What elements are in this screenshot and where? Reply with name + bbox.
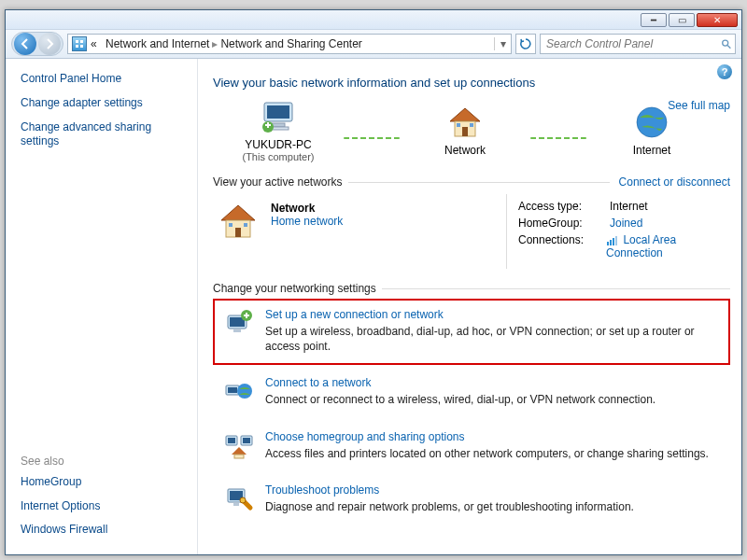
svg-line-5: [727, 46, 730, 49]
breadcrumb-sep: [100, 37, 103, 50]
kv-key: Connections:: [518, 233, 599, 259]
breadcrumb[interactable]: « Network and Internet ▸ Network and Sha…: [67, 34, 512, 54]
network-details: Access type: Internet HomeGroup: Joined …: [506, 194, 730, 269]
setting-title: Troubleshoot problems: [265, 483, 634, 497]
setting-desc: Set up a wireless, broadband, dial-up, a…: [265, 324, 719, 354]
breadcrumb-dropdown[interactable]: ▾: [494, 37, 507, 50]
svg-rect-23: [229, 223, 233, 227]
house-icon: [217, 202, 260, 241]
kv-key: HomeGroup:: [518, 217, 602, 230]
house-icon: [445, 105, 485, 140]
address-bar: « Network and Internet ▸ Network and Sha…: [6, 29, 741, 59]
connect-disconnect-link[interactable]: Connect or disconnect: [619, 175, 730, 189]
map-link-line: [344, 137, 400, 139]
network-type-link[interactable]: Home network: [271, 215, 343, 228]
breadcrumb-item[interactable]: Network and Sharing Center: [220, 37, 361, 50]
svg-point-37: [237, 384, 252, 399]
see-full-map-link[interactable]: See full map: [668, 99, 730, 112]
svg-rect-15: [462, 127, 468, 136]
svg-rect-16: [457, 123, 460, 127]
svg-rect-31: [233, 329, 241, 332]
globe-icon: [632, 105, 671, 140]
breadcrumb-item[interactable]: Network and Internet: [106, 37, 209, 50]
sidebar-item-firewall[interactable]: Windows Firewall: [21, 523, 190, 538]
body: Control Panel Home Change adapter settin…: [6, 59, 741, 554]
svg-rect-17: [470, 123, 473, 127]
content: ? View your basic network information an…: [197, 59, 741, 554]
refresh-button[interactable]: [515, 34, 536, 54]
change-settings-header: Change your networking settings: [213, 282, 730, 295]
arrow-right-icon: [44, 38, 55, 49]
section-label: Change your networking settings: [213, 282, 376, 295]
sidebar: Control Panel Home Change adapter settin…: [6, 59, 197, 554]
svg-rect-8: [272, 123, 285, 127]
homegroup-icon: [224, 430, 254, 460]
svg-rect-41: [243, 438, 250, 443]
maximize-button[interactable]: ▭: [669, 13, 695, 27]
refresh-icon: [520, 38, 531, 49]
new-connection-icon: [224, 308, 254, 338]
network-center-icon: [72, 36, 87, 51]
search-box[interactable]: [540, 34, 736, 54]
svg-marker-20: [221, 205, 255, 220]
map-node-network: Network: [400, 105, 530, 157]
back-button[interactable]: [14, 33, 36, 55]
map-node-label: YUKUDR-PC: [245, 138, 311, 151]
titlebar: ━ ▭ ✕: [6, 10, 741, 29]
setting-title: Choose homegroup and sharing options: [265, 430, 709, 443]
search-input[interactable]: [544, 36, 721, 51]
close-button[interactable]: ✕: [697, 13, 738, 27]
arrow-left-icon: [20, 38, 31, 49]
setting-troubleshoot[interactable]: Troubleshoot problems Diagnose and repai…: [213, 474, 730, 525]
homegroup-link[interactable]: Joined: [610, 217, 642, 230]
map-node-label: Internet: [633, 144, 671, 157]
svg-rect-2: [76, 45, 78, 48]
network-name: Network: [271, 202, 343, 215]
svg-rect-3: [80, 45, 83, 48]
svg-rect-27: [613, 238, 614, 245]
forward-button[interactable]: [38, 33, 61, 55]
map-node-internet: Internet: [586, 105, 717, 157]
svg-rect-46: [233, 503, 239, 506]
search-icon: [721, 38, 731, 49]
settings-list: Set up a new connection or network Set u…: [213, 299, 730, 525]
sidebar-item-homegroup[interactable]: HomeGroup: [21, 475, 190, 490]
network-map: YUKUDR-PC (This computer) Netw: [213, 99, 730, 162]
setting-desc: Connect or reconnect to a wireless, wire…: [265, 392, 655, 407]
section-label: View your active networks: [213, 175, 343, 189]
svg-rect-36: [228, 387, 237, 393]
nav-buttons: [11, 32, 63, 56]
setting-homegroup[interactable]: Choose homegroup and sharing options Acc…: [213, 421, 730, 472]
svg-rect-24: [244, 223, 247, 227]
setting-connect-network[interactable]: Connect to a network Connect or reconnec…: [213, 367, 730, 418]
svg-rect-43: [234, 455, 244, 458]
svg-point-47: [240, 497, 246, 503]
map-link-line: [530, 137, 586, 139]
svg-marker-42: [232, 447, 247, 455]
map-node-sublabel: (This computer): [242, 151, 314, 162]
setting-title: Connect to a network: [265, 376, 655, 389]
sidebar-item-internet-options[interactable]: Internet Options: [21, 499, 190, 514]
page-title: View your basic network information and …: [213, 76, 730, 90]
connection-icon: [606, 235, 617, 246]
setting-new-connection[interactable]: Set up a new connection or network Set u…: [213, 299, 730, 365]
svg-point-4: [722, 40, 727, 46]
setting-title: Set up a new connection or network: [265, 308, 719, 321]
active-network: Network Home network Access type: Intern…: [213, 194, 730, 269]
svg-rect-39: [228, 438, 235, 443]
svg-marker-13: [450, 108, 480, 121]
sidebar-item-adapter[interactable]: Change adapter settings: [21, 96, 190, 111]
map-node-label: Network: [444, 144, 486, 157]
setting-desc: Access files and printers located on oth…: [265, 446, 709, 461]
active-networks-header: View your active networks Connect or dis…: [213, 175, 730, 189]
sidebar-item-sharing[interactable]: Change advanced sharing settings: [21, 120, 190, 149]
kv-value: Internet: [610, 200, 648, 213]
window: ━ ▭ ✕ « Network and Internet ▸ Network a…: [5, 9, 742, 555]
svg-rect-12: [267, 122, 269, 128]
svg-rect-34: [246, 313, 247, 318]
help-icon[interactable]: ?: [717, 64, 732, 79]
minimize-button[interactable]: ━: [641, 13, 667, 27]
sidebar-home-link[interactable]: Control Panel Home: [21, 72, 190, 85]
svg-rect-1: [80, 40, 83, 43]
kv-key: Access type:: [518, 200, 602, 213]
